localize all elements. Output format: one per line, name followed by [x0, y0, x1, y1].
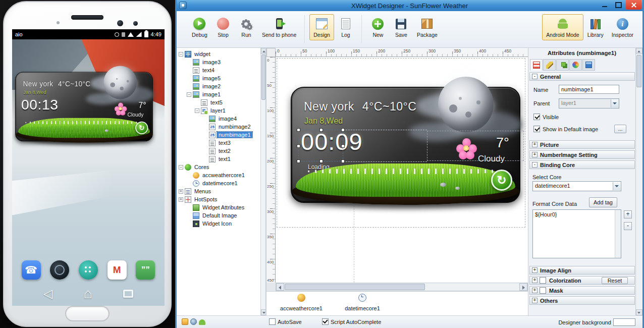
- skin-folder-icon[interactable]: [182, 318, 188, 325]
- designer-background-control[interactable]: Designer background: [558, 318, 635, 326]
- section-general[interactable]: General: [529, 72, 635, 81]
- tree-item-widget-attributes[interactable]: Widget Attributes: [177, 203, 265, 211]
- tree-item-text1[interactable]: text1: [177, 155, 265, 163]
- city-text[interactable]: New york4°C~10°C: [304, 100, 416, 114]
- section-image-align[interactable]: Image Align: [529, 266, 635, 275]
- new-button[interactable]: New: [366, 14, 390, 40]
- show-default-image-checkbox[interactable]: [533, 126, 540, 132]
- inspector-button[interactable]: i Inspector: [608, 14, 637, 40]
- tree-item-text3[interactable]: text3: [177, 139, 265, 147]
- tree-item-accweathercore1[interactable]: accweathercore1: [177, 171, 265, 179]
- scroll-down-icon[interactable]: [261, 309, 266, 315]
- textarea-scrollbar[interactable]: [615, 210, 621, 258]
- run-button[interactable]: Run: [235, 14, 258, 40]
- attributes-scrollbar[interactable]: [635, 48, 642, 315]
- date-text[interactable]: Jan 8,Wed: [304, 117, 343, 126]
- scroll-up-icon[interactable]: [261, 48, 266, 54]
- condition-text[interactable]: Cloudy: [478, 154, 505, 164]
- collapse-icon[interactable]: [532, 162, 538, 168]
- tree-item-text4[interactable]: text4: [177, 66, 265, 74]
- expand-icon[interactable]: [532, 267, 538, 273]
- background-color-swatch[interactable]: [613, 318, 635, 326]
- parent-select[interactable]: layer1: [559, 98, 619, 108]
- tree-item-default-image[interactable]: Default Image: [177, 211, 265, 220]
- tab-3d[interactable]: [582, 59, 595, 71]
- reset-button[interactable]: Reset: [602, 277, 628, 284]
- tree-item-layer1[interactable]: layer1: [177, 106, 265, 115]
- script-autocomplete-toggle[interactable]: Script AutoComplete: [322, 318, 381, 325]
- remove-line-button[interactable]: [624, 222, 632, 230]
- tab-copy[interactable]: [556, 59, 569, 71]
- tree-item-widget[interactable]: widget: [177, 50, 265, 58]
- tab-edit[interactable]: [543, 59, 556, 71]
- minimize-button[interactable]: [598, 0, 611, 10]
- expand-icon[interactable]: [532, 278, 538, 283]
- add-tag-button[interactable]: Add tag: [589, 197, 617, 207]
- expand-icon[interactable]: [532, 298, 538, 303]
- expand-icon[interactable]: [532, 288, 538, 293]
- expand-icon[interactable]: [179, 197, 183, 202]
- tree-item-image2[interactable]: image2: [177, 82, 265, 90]
- tree-item-widget-icon[interactable]: Widget Icon: [177, 220, 265, 228]
- section-numberimage-setting[interactable]: NumberImage Setting: [529, 150, 635, 159]
- colorization-checkbox[interactable]: [540, 277, 546, 284]
- tree-item-cores[interactable]: Cores: [177, 163, 265, 171]
- format-core-data-textarea[interactable]: ${Hour0}: [532, 209, 621, 258]
- send-to-phone-button[interactable]: Send to phone: [258, 14, 300, 40]
- canvas-horizontal-scrollbar[interactable]: [276, 283, 528, 291]
- tree-scrollbar[interactable]: [260, 48, 266, 315]
- tree-item-datetimecore1[interactable]: datetimecore1: [177, 179, 265, 187]
- collapse-icon[interactable]: [532, 74, 538, 79]
- core-item-datetimecore1[interactable]: datetimecore1: [335, 294, 390, 311]
- collapse-icon[interactable]: [179, 52, 183, 57]
- expand-icon[interactable]: [532, 142, 538, 147]
- autosave-toggle[interactable]: AutoSave: [269, 318, 302, 325]
- tree-item-image4[interactable]: image4: [177, 115, 265, 123]
- refresh-icon[interactable]: [491, 170, 512, 191]
- moon-image[interactable]: [438, 77, 494, 132]
- collapse-icon[interactable]: [179, 165, 183, 170]
- save-button[interactable]: Save: [390, 14, 413, 40]
- collapse-icon[interactable]: [187, 92, 191, 97]
- section-mask[interactable]: Mask: [529, 286, 635, 295]
- globe-icon[interactable]: [190, 318, 197, 325]
- close-button[interactable]: [626, 0, 641, 10]
- autosave-checkbox[interactable]: [269, 318, 276, 325]
- temperature-text[interactable]: 7°: [496, 135, 509, 151]
- flower-image[interactable]: [456, 138, 477, 159]
- collapse-icon[interactable]: [195, 108, 199, 113]
- section-binding-core[interactable]: Binding Core: [529, 160, 635, 169]
- tree-item-image1[interactable]: image1: [177, 90, 265, 98]
- scroll-left-icon[interactable]: [276, 283, 284, 291]
- expand-icon[interactable]: [179, 189, 183, 194]
- tree-item-image5[interactable]: image5: [177, 74, 265, 82]
- core-item-accweathercore1[interactable]: accweathercore1: [274, 294, 329, 311]
- design-button[interactable]: Design: [309, 14, 334, 40]
- select-core-dropdown[interactable]: datetimecore1: [532, 181, 621, 191]
- selection-box[interactable]: [298, 130, 343, 161]
- tree-item-numbimage2[interactable]: 25 numbimage2: [177, 123, 265, 131]
- scroll-down-icon[interactable]: [636, 309, 642, 315]
- design-canvas[interactable]: New york4°C~10°C Jan 8,Wed 00:09 Loading…: [276, 57, 528, 283]
- tab-properties[interactable]: [530, 59, 543, 71]
- visible-checkbox[interactable]: [533, 114, 540, 120]
- maximize-button[interactable]: [612, 0, 625, 10]
- android-icon[interactable]: [199, 319, 205, 325]
- package-button[interactable]: Package: [413, 14, 442, 40]
- tab-color[interactable]: [569, 59, 582, 71]
- section-others[interactable]: Others: [529, 296, 635, 305]
- stop-button[interactable]: Stop: [211, 14, 235, 40]
- android-mode-button[interactable]: Android Mode: [542, 14, 583, 40]
- section-colorization[interactable]: Colorization Reset: [529, 276, 635, 285]
- chevron-down-icon[interactable]: [611, 99, 618, 107]
- scroll-right-icon[interactable]: [519, 283, 527, 291]
- chevron-down-icon[interactable]: [613, 182, 620, 190]
- name-input[interactable]: numbimage1: [559, 85, 619, 94]
- tree-item-numbimage1[interactable]: 25 numbimage1: [177, 131, 265, 139]
- tree-item-hotspots[interactable]: HotSpots: [177, 195, 265, 203]
- expand-icon[interactable]: [532, 152, 538, 157]
- add-line-button[interactable]: [624, 210, 632, 218]
- debug-button[interactable]: Debug: [188, 14, 211, 40]
- tree-item-text5[interactable]: text5: [177, 98, 265, 106]
- scroll-up-icon[interactable]: [636, 48, 642, 54]
